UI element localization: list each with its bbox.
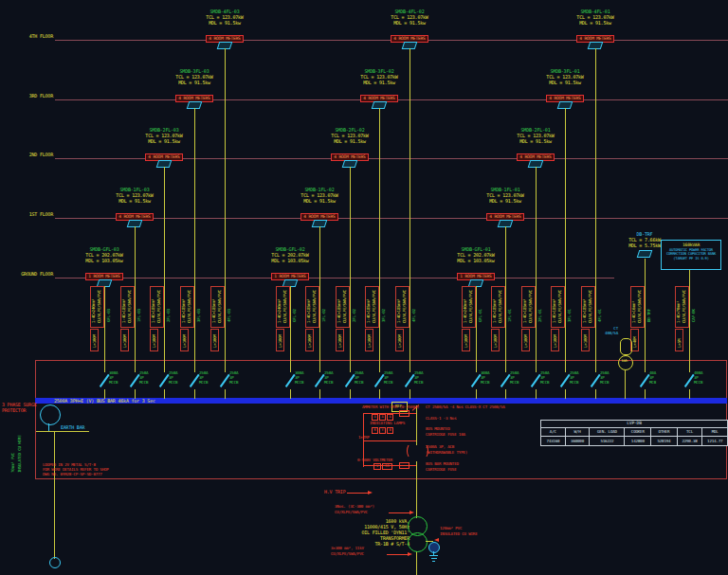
cable-length-text: L=40M — [632, 336, 637, 348]
hv-cable-line — [387, 554, 408, 555]
breaker-icon — [345, 374, 355, 387]
earth-stroke — [431, 558, 437, 559]
riser-line — [319, 226, 320, 372]
mdl-text: MDL = 91.5kw — [557, 20, 633, 26]
riser-line — [350, 167, 351, 372]
floor-label: 4TH FLOOR — [17, 33, 53, 39]
fuse-spec-label: BUS BAR MOUNTED — [426, 461, 459, 466]
smdb-label: SMDB-2FL-01TCL = 123.07kWMDL = 91.5kw4 R… — [498, 127, 573, 162]
cable-length-text: L=5M — [677, 339, 682, 348]
fuse-spec-label: CARTRIDGE FUSE — [426, 467, 457, 472]
feeder-tag-text: 2FL-01 — [537, 309, 542, 322]
feeder-tag-text: 1FL-02 — [321, 309, 326, 322]
incomer-line — [416, 551, 417, 575]
riser-line — [350, 389, 351, 399]
breaker-label: MCCB — [169, 380, 177, 385]
instrument-tap-line — [363, 440, 416, 441]
voltmeter-label: 0-500V VOLTMETER — [357, 458, 392, 462]
acb-spec-label: (WITHDRAWABLE TYPE) — [426, 450, 467, 455]
cable-length-text: L=100M — [367, 334, 372, 348]
cable-type-text: CU/XLPE/SWA/PVC — [498, 290, 502, 323]
kwh-circle-label: kWh — [618, 359, 631, 363]
cable-length-text: L=100M — [397, 334, 402, 348]
riser-line — [565, 108, 566, 372]
smdb-label: SMDB-2FL-03TCL = 123.07kWMDL = 91.5kw4 R… — [126, 127, 202, 162]
lv-cable-label: 3Nos. (3C-300 mm²) — [335, 504, 374, 509]
ammeter-box: A — [372, 414, 378, 421]
cable-size-text: 1-4C×185mm² — [151, 298, 155, 323]
feeder-tag-text: 3FL-03 — [196, 309, 201, 322]
smdb-label: SMDB-4FL-01TCL = 123.07kWMDL = 91.5kw4 R… — [557, 9, 633, 44]
feeder-tag-text: 3FL-01 — [567, 309, 572, 322]
cad-drawing-canvas[interactable]: 4TH FLOOR3RD FLOOR2ND FLOOR1ST FLOORGROU… — [0, 0, 728, 575]
cable-type-text: CU/XLPE/SWA/PVC — [217, 290, 222, 323]
mdl-text: MDL = 91.5kw — [498, 138, 573, 144]
cable-length-text: L=100M — [307, 334, 312, 348]
indicating-lamps-label: INDICATING LAMPS — [370, 421, 405, 425]
floor-label: 2ND FLOOR — [17, 152, 53, 157]
cable-length-text: L=100M — [92, 334, 97, 348]
breaker-icon — [374, 374, 384, 387]
table-header-cell: GEN. LOAD — [589, 428, 624, 436]
cable-type-text: CU/XLPE/SWA/PVC — [682, 290, 686, 323]
cable-type-text: CU/XLPE/SWA/PVC — [468, 290, 473, 323]
riser-line — [689, 270, 690, 372]
table-value-cell: 516222 — [589, 437, 624, 445]
ct-meter-drop-line — [625, 370, 626, 399]
panel-outline-bottom — [35, 478, 727, 479]
feeder-tag-text: 2FL-02 — [352, 309, 356, 322]
mdl-text: MDL = 91.5kw — [97, 198, 173, 204]
feeder-tag-text: 4FL-01 — [597, 309, 602, 322]
breaker-label: MCCB — [481, 380, 489, 385]
breaker-icon — [159, 374, 169, 387]
breaker-label: MCCB — [139, 380, 148, 385]
mdl-text: MDL = 91.5kw — [126, 138, 202, 144]
cable-type-text: CU/XLPE/SWA/PVC — [156, 290, 161, 323]
cable-type-text: CU/XLPE/SWA/PVC — [97, 290, 101, 323]
neutral-wire-label: INSULATED CU WIRE — [440, 531, 477, 536]
smdb-label: SMDB-4FL-03TCL = 123.07kWMDL = 91.5kw4 R… — [187, 9, 263, 44]
riser-line — [104, 286, 105, 372]
riser-line — [410, 48, 410, 372]
cable-size-text: 1-4C×70mm² — [676, 301, 681, 323]
riser-line — [135, 226, 136, 372]
acb-spec-label: 2500A 3P, ACB — [426, 444, 454, 449]
mdl-text: MDL = 91.5kw — [341, 80, 417, 85]
cable-length-text: L=100M — [553, 334, 557, 348]
breaker-label: MCCB — [229, 380, 238, 385]
lv-cable-line — [389, 512, 410, 513]
load-table: LVP-DBA/CW/HGEN. LOADCOOKEROTHERTCLMDL74… — [540, 420, 728, 446]
breaker-icon — [471, 374, 481, 387]
cable-size-text: 1-4C×240mm² — [91, 298, 96, 323]
busbar-label: 2500A 3PH+E (V) BUS BAR 46kA for 3 Sec — [54, 398, 155, 404]
cable-type-text: CU/XLPE/SWA/PVC — [342, 290, 347, 323]
panel-outline-left — [35, 360, 36, 479]
table-value-row: 7431603600005162221428005281942290.38121… — [541, 437, 727, 445]
mdl-text: MDL = 103.05kw — [438, 258, 514, 263]
smdb-label: SMDB-1FL-03TCL = 123.07kWMDL = 91.5kw4 R… — [97, 187, 173, 222]
riser-line — [410, 389, 410, 399]
arrow-icon — [368, 491, 373, 494]
breaker-label: MCCB — [355, 380, 363, 385]
feeder-tag-text: GFL-01 — [478, 309, 482, 322]
table-value-cell: 2290.38 — [677, 437, 702, 445]
cable-type-text: CU/XLPE/SWA/PVC — [588, 290, 592, 323]
breaker-icon — [315, 374, 324, 387]
riser-line — [536, 389, 537, 399]
cable-length-text: L=100M — [278, 334, 282, 348]
breaker-label: MCCB — [109, 380, 118, 385]
cable-size-text: 1-4C×185mm² — [211, 298, 216, 323]
cable-size-text: 1-4C×240mm² — [277, 298, 282, 323]
smdb-label: SMDB-4FL-02TCL = 123.07kWMDL = 91.5kw4 R… — [372, 9, 447, 44]
mdl-text: MDL = 91.5kw — [312, 138, 388, 144]
selector-switch-box: SS — [382, 463, 392, 470]
feeder-tag-text: GFL-03 — [106, 309, 111, 322]
cable-length-text: L=100M — [493, 334, 498, 348]
voltmeter-box: V — [373, 463, 381, 470]
riser-line — [536, 167, 537, 372]
breaker-label: MCCB — [540, 380, 549, 385]
ammeter-box: A — [379, 414, 386, 421]
table-header-row: A/CW/HGEN. LOADCOOKEROTHERTCLMDL — [541, 428, 727, 437]
smdb-label: SMDB-1FL-01TCL = 123.07kWMDL = 91.5kw4 R… — [467, 187, 543, 222]
table-value-cell: 360000 — [565, 437, 590, 445]
